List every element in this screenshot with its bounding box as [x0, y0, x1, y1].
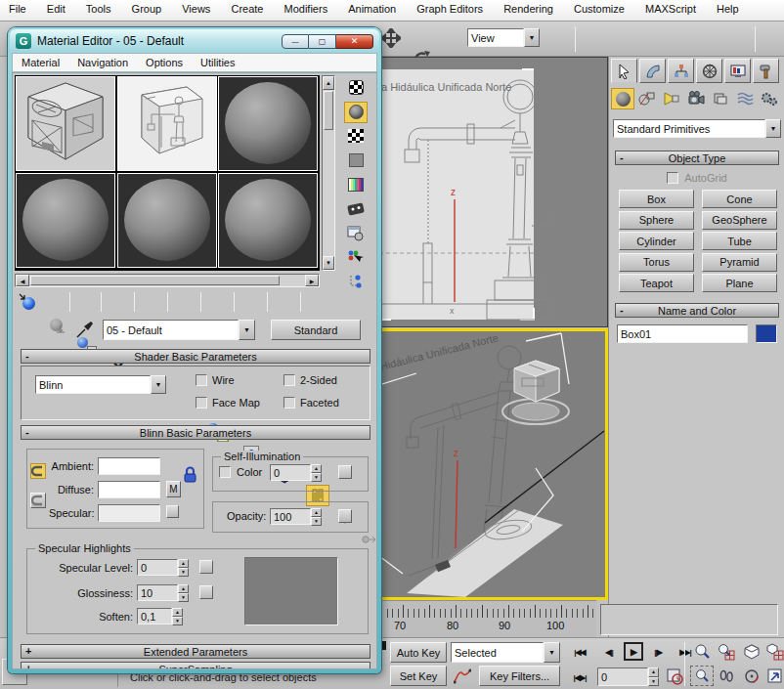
go-to-start-button[interactable]: |◀◀ [567, 644, 592, 661]
specular-level-map-button[interactable] [199, 560, 213, 574]
me-menu-utilities[interactable]: Utilities [192, 54, 243, 71]
material-editor-options-button[interactable] [344, 223, 368, 244]
rollout-extended-parameters[interactable]: + Extended Parameters [21, 644, 370, 659]
backlight-button[interactable] [344, 102, 368, 123]
ambient-diffuse-padlock-icon[interactable] [182, 465, 198, 485]
key-tangent-button[interactable] [451, 666, 474, 686]
self-illum-spinner[interactable]: ▲▼ [311, 464, 322, 481]
menu-group[interactable]: Group [123, 0, 171, 18]
rollout-supersampling[interactable]: + SuperSampling [21, 662, 370, 669]
specular-map-button[interactable] [166, 505, 179, 518]
select-move-button[interactable] [379, 27, 403, 49]
category-helpers[interactable] [709, 88, 732, 109]
pan-button[interactable] [715, 666, 738, 686]
sample-uv-tiling-button[interactable] [344, 150, 368, 171]
viewport-perspective-active[interactable]: z Hidáulica Unificada Norte [376, 328, 608, 600]
category-lights[interactable] [660, 88, 683, 109]
object-color-swatch[interactable] [756, 324, 777, 343]
menu-graph-editors[interactable]: Graph Editors [408, 0, 492, 18]
zoom-extents-button[interactable] [740, 641, 763, 662]
category-systems[interactable] [758, 88, 781, 109]
select-by-material-button[interactable] [344, 246, 368, 268]
vscroll-thumb[interactable] [324, 91, 333, 130]
self-illum-value-field[interactable]: 0 [270, 464, 311, 481]
me-menu-options[interactable]: Options [137, 54, 192, 71]
button-plane[interactable]: Plane [702, 274, 777, 292]
material-map-navigator-button[interactable] [344, 271, 368, 292]
scroll-down-icon[interactable]: ▼ [323, 256, 334, 270]
dropdown-arrow-icon[interactable]: ▼ [239, 320, 255, 340]
video-color-check-button[interactable] [344, 174, 368, 195]
dropdown-arrow-icon[interactable]: ▼ [151, 375, 166, 394]
frame-spinner[interactable]: ▲▼ [648, 667, 659, 686]
set-key-button[interactable]: Set Key [390, 666, 447, 686]
menu-modifiers[interactable]: Modifiers [276, 0, 337, 18]
get-material-button[interactable] [17, 292, 40, 314]
rollout-blinn-basic[interactable]: - Blinn Basic Parameters [21, 425, 370, 440]
rollout-name-and-color[interactable]: - Name and Color [615, 303, 779, 318]
minimize-button[interactable]: — [282, 34, 309, 49]
time-configuration-button[interactable] [663, 667, 686, 687]
close-button[interactable]: ✕ [336, 34, 373, 49]
dropdown-arrow-icon[interactable]: ▼ [765, 119, 781, 138]
glossiness-field[interactable]: 10 [137, 584, 178, 601]
rollout-object-type[interactable]: - Object Type [615, 151, 779, 165]
scroll-left-icon[interactable]: ◀ [16, 275, 29, 286]
scroll-right-icon[interactable]: ▶ [305, 275, 319, 286]
opacity-value-field[interactable]: 100 [270, 508, 311, 525]
auto-key-button[interactable]: Auto Key [390, 642, 447, 663]
self-illum-color-checkbox[interactable] [219, 466, 231, 478]
sample-hscrollbar[interactable]: ◀ ▶ [15, 274, 320, 287]
menu-maxscript[interactable]: MAXScript [636, 0, 705, 18]
category-shapes[interactable] [635, 88, 659, 109]
menu-rendering[interactable]: Rendering [495, 0, 562, 18]
category-cameras[interactable] [684, 88, 708, 109]
zoom-button[interactable] [690, 641, 714, 662]
object-name-field[interactable]: Box01 [617, 324, 748, 343]
sample-slot-2[interactable] [117, 76, 217, 171]
key-filters-button[interactable]: Key Filters... [479, 666, 560, 686]
ambient-diffuse-lock-button[interactable] [30, 463, 46, 479]
timeline-ruler[interactable]: 70 80 90 100 [376, 600, 596, 637]
category-space-warps[interactable] [733, 88, 757, 109]
glossiness-spinner[interactable]: ▲▼ [178, 584, 189, 601]
tab-create[interactable] [611, 59, 637, 83]
button-torus[interactable]: Torus [619, 253, 694, 272]
menu-create[interactable]: Create [222, 0, 272, 18]
rollout-shader-basic[interactable]: - Shader Basic Parameters [21, 349, 370, 364]
shader-dropdown[interactable]: Blinn ▼ [35, 375, 166, 394]
face-map-checkbox[interactable] [196, 397, 207, 409]
ambient-color-swatch[interactable] [98, 457, 160, 475]
specular-color-swatch[interactable] [98, 504, 160, 522]
menu-help[interactable]: Help [708, 0, 748, 18]
dropdown-arrow-icon[interactable]: ▼ [524, 28, 540, 47]
menu-animation[interactable]: Animation [339, 0, 405, 18]
viewport-front[interactable]: z x a Hidáulica Unificada Norte [376, 57, 608, 327]
diffuse-map-button[interactable]: M [166, 481, 181, 497]
soften-field[interactable]: 0,1 [137, 608, 172, 624]
button-cylinder[interactable]: Cylinder [619, 232, 694, 250]
button-box[interactable]: Box [619, 190, 694, 208]
specular-level-field[interactable]: 0 [137, 559, 178, 576]
button-sphere[interactable]: Sphere [619, 211, 694, 230]
scroll-up-icon[interactable]: ▲ [323, 76, 334, 90]
two-sided-checkbox[interactable] [283, 374, 295, 386]
menu-tools[interactable]: Tools [77, 0, 120, 18]
play-button[interactable]: ▶ [624, 642, 643, 661]
button-geosphere[interactable]: GeoSphere [702, 211, 777, 230]
menu-views[interactable]: Views [173, 0, 219, 18]
previous-frame-button[interactable]: ◀|| [597, 644, 621, 661]
pick-material-eyedropper[interactable] [75, 320, 97, 341]
current-frame-field[interactable]: 0 [597, 667, 648, 686]
diffuse-color-swatch[interactable] [98, 481, 160, 498]
glossiness-map-button[interactable] [199, 585, 213, 599]
soften-spinner[interactable]: ▲▼ [172, 608, 183, 624]
zoom-extents-all-button[interactable] [763, 641, 784, 662]
category-geometry[interactable] [611, 88, 634, 109]
tab-modify[interactable] [639, 59, 666, 83]
menu-customize[interactable]: Customize [565, 0, 633, 18]
button-tube[interactable]: Tube [702, 232, 777, 250]
faceted-checkbox[interactable] [283, 397, 295, 409]
material-editor-titlebar[interactable]: G Material Editor - 05 - Default — ▢ ✕ [10, 29, 379, 53]
wire-checkbox[interactable] [196, 374, 207, 386]
